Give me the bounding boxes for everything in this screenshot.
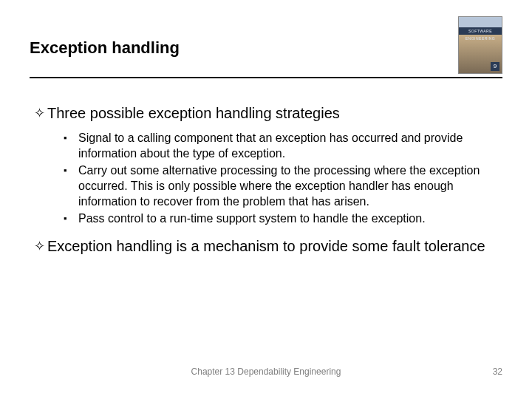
bullet-text: Pass control to a run-time support syste… xyxy=(78,211,429,226)
square-bullet-icon: ▪ xyxy=(64,211,78,226)
bullet-level1: ✧ Three possible exception handling stra… xyxy=(34,103,498,123)
footer-page-number: 32 xyxy=(493,366,502,377)
slide-title: Exception handling xyxy=(30,38,502,58)
bullet-level2: ▪ Signal to a calling component that an … xyxy=(64,130,498,161)
slide: SOFTWARE ENGINEERING 9 Exception handlin… xyxy=(0,0,532,399)
bullet-text: Three possible exception handling strate… xyxy=(47,103,340,123)
bullet-text: Signal to a calling component that an ex… xyxy=(78,130,498,161)
bullet-text: Carry out some alternative processing to… xyxy=(78,163,498,209)
footer-chapter: Chapter 13 Dependability Engineering xyxy=(0,366,532,377)
diamond-bullet-icon: ✧ xyxy=(34,236,47,256)
book-cover-title: SOFTWARE ENGINEERING xyxy=(459,27,502,35)
slide-body: ✧ Three possible exception handling stra… xyxy=(34,103,498,263)
book-edition-badge: 9 xyxy=(491,62,499,71)
bullet-level2: ▪ Pass control to a run-time support sys… xyxy=(64,211,498,226)
square-bullet-icon: ▪ xyxy=(64,163,78,178)
slide-header: Exception handling xyxy=(30,38,502,58)
diamond-bullet-icon: ✧ xyxy=(34,103,47,123)
header-divider xyxy=(30,77,502,78)
bullet-text: Exception handling is a mechanism to pro… xyxy=(47,236,485,256)
bullet-level1: ✧ Exception handling is a mechanism to p… xyxy=(34,236,498,256)
bullet-level2: ▪ Carry out some alternative processing … xyxy=(64,163,498,209)
sub-bullets: ▪ Signal to a calling component that an … xyxy=(64,130,498,226)
square-bullet-icon: ▪ xyxy=(64,130,78,146)
